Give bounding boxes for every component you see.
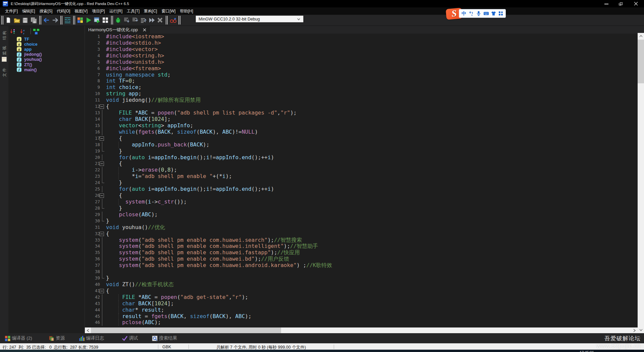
tree-item-youhua[interactable]: fyouhua() — [8, 57, 85, 62]
panel-tab-files[interactable]: 文件 — [2, 65, 6, 78]
vertical-scrollbar[interactable] — [638, 33, 644, 333]
vertical-scrollbar-thumb[interactable] — [638, 40, 644, 83]
code-line-40: 40void ZT()//检查手机状态 — [85, 281, 638, 288]
code-line-13: 13 FILE *ABC = popen("adb shell pm list … — [85, 110, 638, 116]
scroll-right-arrow[interactable] — [633, 329, 636, 332]
menu-项目[interactable]: 项目[P] — [90, 7, 107, 15]
ime-toolbox-icon[interactable] — [498, 11, 503, 16]
code-text: #include<stdio.h> — [106, 40, 161, 46]
step-into-button[interactable] — [131, 16, 139, 25]
ime-keyboard-icon[interactable] — [483, 11, 489, 16]
code-line-31: 31void youhua()//优化 — [85, 224, 638, 231]
continue-button[interactable] — [148, 16, 156, 25]
fold-gutter — [100, 84, 106, 91]
ime-skin-icon[interactable] — [491, 11, 496, 16]
menu-代码[interactable]: 代码[O] — [55, 7, 72, 15]
tree-item-jiedong[interactable]: fjiedong() — [8, 52, 85, 57]
menu-编辑[interactable]: 编辑[E] — [20, 7, 38, 15]
tree-item-main[interactable]: fmain() — [8, 67, 85, 72]
bottom-tab-compile-log[interactable]: 编译日志 — [79, 335, 104, 341]
fold-gutter[interactable] — [100, 161, 106, 167]
fold-gutter — [100, 72, 106, 78]
tree-item-TF[interactable]: gTF — [8, 37, 85, 42]
toolbar-separator — [177, 16, 181, 25]
step-out-button[interactable] — [139, 16, 148, 25]
code-line-20: 20 for(auto i=appInfo.begin();i!=appInfo… — [85, 155, 638, 161]
menu-重构[interactable]: 重构[C] — [142, 7, 159, 15]
fold-gutter[interactable] — [100, 231, 106, 237]
global-variable-icon: g — [17, 37, 21, 41]
new-file-button[interactable] — [4, 16, 13, 25]
horizontal-scrollbar-thumb[interactable] — [91, 327, 281, 333]
restore-button[interactable] — [614, 0, 629, 7]
ime-microphone-icon[interactable] — [476, 11, 481, 16]
code-line-25: 25 for(auto i=appInfo.begin();i!=appInfo… — [85, 186, 638, 192]
line-number: 39 — [85, 275, 100, 281]
code-text: } — [106, 180, 122, 186]
sort-by-type-button[interactable] — [10, 28, 17, 35]
code-editor[interactable]: 1#include<iostream>2#include<stdio.h>3#i… — [85, 34, 638, 327]
scroll-up-arrow[interactable] — [639, 35, 643, 38]
rebuild-button[interactable] — [101, 16, 110, 25]
fold-gutter[interactable] — [100, 135, 106, 142]
menu-搜索[interactable]: 搜索[S] — [37, 7, 55, 15]
class-hierarchy-icon[interactable] — [33, 28, 39, 35]
open-folder-button[interactable] — [13, 16, 21, 25]
code-text: { — [106, 288, 109, 294]
ime-punctuation-icon[interactable] — [469, 11, 474, 16]
bottom-tab-search-results[interactable]: 搜索结果 — [152, 335, 177, 341]
compiler-set-dropdown[interactable]: MinGW GCC10.2.0 32-bit Debug — [196, 15, 304, 23]
panel-tab-watch[interactable]: 监视 — [2, 44, 6, 56]
fold-gutter[interactable] — [100, 288, 106, 294]
tree-item-choice[interactable]: gchoice — [8, 42, 85, 47]
menu-帮助[interactable]: 帮助[H] — [178, 7, 195, 15]
app-icon — [3, 1, 8, 6]
menu-视图[interactable]: 视图[V] — [72, 7, 90, 15]
line-number: 20 — [85, 155, 100, 161]
code-line-38: 38 — [85, 269, 638, 275]
watch-panel-icon[interactable] — [2, 57, 7, 62]
bottom-tab-debug[interactable]: 调试 — [122, 335, 138, 341]
code-text: { — [106, 161, 122, 167]
fold-gutter — [100, 307, 106, 313]
tree-item-app[interactable]: gapp — [8, 47, 85, 52]
add-watch-button[interactable] — [169, 16, 177, 25]
fold-gutter[interactable] — [100, 192, 106, 199]
sort-alphabetical-button[interactable]: az — [20, 28, 27, 35]
menu-运行[interactable]: 运行[R] — [107, 7, 124, 15]
stop-button[interactable] — [156, 16, 164, 25]
close-button[interactable] — [629, 0, 643, 7]
compile-button[interactable] — [76, 16, 85, 25]
code-line-28: 28 } — [85, 205, 638, 212]
run-button[interactable] — [85, 16, 93, 25]
code-text: char BACK[1024]; — [106, 301, 174, 307]
fold-gutter[interactable] — [100, 103, 106, 110]
back-arrow-button[interactable] — [42, 16, 51, 25]
code-text: appInfo.push_back(BACK); — [106, 142, 209, 148]
editor-tab-bar: HarmonyOS一键优化.cpp — [85, 26, 644, 34]
step-over-button[interactable] — [122, 16, 131, 25]
save-all-button[interactable] — [30, 16, 38, 25]
debug-button[interactable] — [114, 16, 122, 25]
scroll-left-arrow[interactable] — [87, 329, 90, 332]
minimize-button[interactable] — [599, 0, 614, 7]
format-button[interactable]: A — [63, 16, 72, 25]
bottom-tab-compiler[interactable]: 编译器 (2) — [5, 335, 32, 341]
panel-tab-structure[interactable]: 结构 — [2, 29, 6, 41]
bottom-tab-resource[interactable]: 资源 — [49, 335, 65, 341]
ime-chinese-mode-icon[interactable]: 中 — [461, 11, 467, 16]
editor-tab-active[interactable]: HarmonyOS一键优化.cpp — [85, 26, 150, 34]
save-button[interactable] — [21, 16, 30, 25]
taskbar-clock: 17:45:01 — [580, 350, 594, 352]
scroll-down-arrow[interactable] — [639, 328, 643, 332]
compile-run-button[interactable] — [93, 16, 101, 25]
menu-文件[interactable]: 文件[F] — [3, 7, 20, 15]
code-text: vector<string> appInfo; — [106, 123, 193, 129]
menu-窗口[interactable]: 窗口[W] — [159, 7, 178, 15]
tab-close-icon[interactable] — [143, 28, 147, 32]
tree-item-ZT[interactable]: fZT() — [8, 62, 85, 67]
forward-arrow-button[interactable] — [51, 16, 59, 25]
code-line-35: 35 system("adb shell pm enable com.huawe… — [85, 250, 638, 256]
horizontal-scrollbar[interactable] — [85, 327, 638, 333]
menu-工具[interactable]: 工具[T] — [125, 7, 142, 15]
